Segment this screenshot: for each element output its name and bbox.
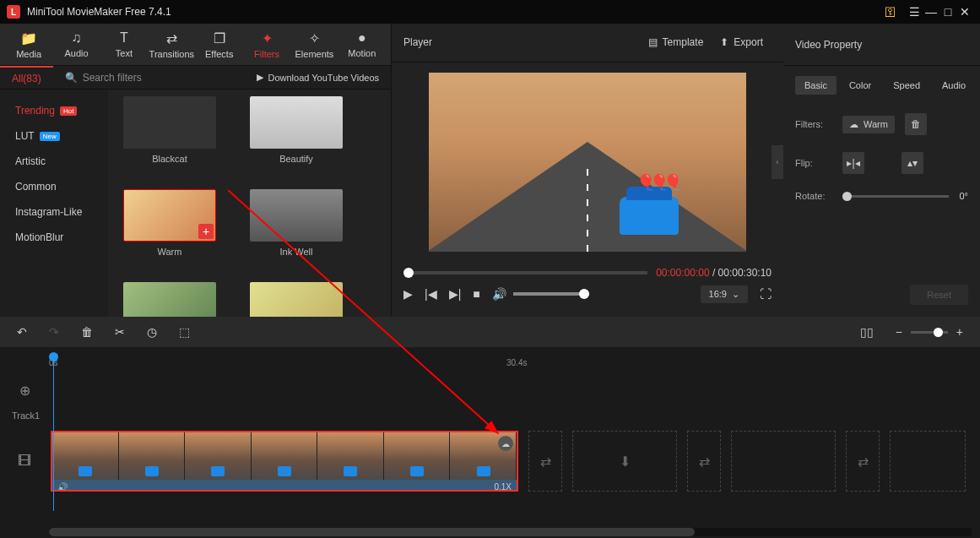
category-common[interactable]: Common [0, 174, 108, 199]
toolbar-effects[interactable]: ❐Effects [196, 24, 243, 66]
clip-filter-icon: ☁ [498, 436, 513, 451]
maximize-button[interactable]: □ [939, 5, 956, 19]
preview-area: 🎈🎈🎈 ‹ [392, 62, 783, 262]
crop-button[interactable]: ⬚ [179, 325, 190, 339]
titlebar: L MiniTool MovieMaker Free 7.4.1 ⚿ ☰ — □… [0, 0, 980, 24]
fullscreen-button[interactable]: ⛶ [760, 287, 772, 301]
main-toolbar: 📁Media♫AudioTText⇄Transitions❐Effects✦Fi… [0, 24, 391, 66]
progress-bar[interactable] [403, 271, 647, 274]
chevron-down-icon: ⌄ [732, 289, 739, 300]
tab-color[interactable]: Color [840, 76, 880, 95]
toolbar-filters[interactable]: ✦Filters [243, 24, 290, 66]
clip-speed-label: 0.1X [494, 482, 512, 492]
flip-vertical-button[interactable]: ▴▾ [901, 152, 923, 174]
empty-slot[interactable] [731, 431, 836, 492]
clip-audio-icon: 🔊 [57, 482, 68, 492]
transition-slot[interactable]: ⇄ [687, 431, 721, 492]
template-button[interactable]: ▤Template [640, 36, 712, 48]
category-motionblur[interactable]: MotionBlur [0, 225, 108, 250]
download-youtube-button[interactable]: ▶ Download YouTube Videos [245, 72, 392, 83]
delete-button[interactable]: 🗑 [81, 325, 93, 339]
key-icon[interactable]: ⚿ [882, 5, 899, 19]
zoom-in-button[interactable]: + [956, 325, 963, 339]
toolbar-motion[interactable]: ●Motion [338, 24, 386, 66]
toolbar-text[interactable]: TText [100, 24, 148, 66]
toolbar-media[interactable]: 📁Media [5, 24, 52, 66]
time-display: 00:00:00:00 / 00:00:30:10 [656, 267, 772, 279]
reset-button[interactable]: Reset [910, 285, 968, 305]
split-button[interactable]: ✂ [115, 325, 125, 339]
media-panel: 📁Media♫AudioTText⇄Transitions❐Effects✦Fi… [0, 24, 392, 317]
empty-slot[interactable]: ⬇ [572, 431, 677, 492]
search-icon: 🔍 [65, 72, 78, 84]
search-input[interactable]: 🔍 Search filters [53, 72, 245, 84]
tab-audio[interactable]: Audio [933, 76, 975, 95]
app-title: MiniTool MovieMaker Free 7.4.1 [27, 6, 882, 18]
volume-icon[interactable]: 🔊 [492, 287, 506, 301]
add-filter-icon[interactable]: + [198, 224, 214, 239]
filter-warm[interactable]: +Warm [123, 189, 216, 257]
undo-button[interactable]: ↶ [17, 325, 27, 339]
all-tab[interactable]: All(83) [0, 66, 53, 90]
horizontal-scrollbar[interactable] [49, 528, 972, 536]
prev-button[interactable]: |◀ [425, 287, 437, 301]
category-trending[interactable]: TrendingHot [0, 98, 108, 123]
category-lut[interactable]: LUTNew [0, 123, 108, 149]
timeline-panel: ↶ ↷ 🗑 ✂ ◷ ⬚ ▯▯ − + 0s 30.4s ⊕ Track1 🎞 [0, 317, 980, 538]
tab-basic[interactable]: Basic [795, 76, 837, 95]
zoom-slider[interactable] [911, 331, 948, 334]
timeline-toolbar: ↶ ↷ 🗑 ✂ ◷ ⬚ ▯▯ − + [0, 317, 980, 347]
volume-slider[interactable] [513, 292, 589, 296]
filter-blackcat[interactable]: Blackcat [123, 96, 216, 164]
delete-filter-button[interactable]: 🗑 [905, 113, 927, 135]
filter-emerald[interactable]: ⬇Emerald [123, 282, 216, 317]
transition-slot[interactable]: ⇄ [528, 431, 562, 492]
close-button[interactable]: ✕ [956, 5, 973, 19]
rotate-label: Rotate: [795, 191, 832, 201]
player-panel: Player ▤Template ⬆Export 🎈🎈🎈 ‹ 00:00:00:… [392, 24, 783, 317]
play-button[interactable]: ▶ [403, 287, 413, 301]
video-clip[interactable]: 🔊0.1X ☁ [51, 431, 518, 492]
empty-slot[interactable] [890, 431, 966, 492]
category-list: TrendingHotLUTNewArtisticCommonInstagram… [0, 90, 108, 317]
preview-image: 🎈🎈🎈 [429, 73, 746, 252]
fit-button[interactable]: ▯▯ [860, 325, 874, 339]
filter-beautify[interactable]: Beautify [250, 96, 343, 164]
rotate-value: 0° [959, 191, 968, 201]
toolbar-audio[interactable]: ♫Audio [52, 24, 100, 66]
filters-label: Filters: [795, 119, 832, 129]
speed-button[interactable]: ◷ [147, 325, 157, 339]
add-track-button[interactable]: ⊕ [0, 383, 49, 399]
toolbar-elements[interactable]: ✧Elements [290, 24, 338, 66]
filter-kevin[interactable]: Kevin [250, 282, 343, 317]
aspect-ratio-select[interactable]: 16:9⌄ [701, 285, 748, 303]
cloud-icon: ☁ [849, 119, 858, 130]
property-panel: Video Property BasicColorSpeedAudio Filt… [783, 24, 980, 317]
flip-horizontal-button[interactable]: ▸|◂ [842, 152, 864, 174]
property-tabs: BasicColorSpeedAudio [783, 66, 980, 105]
filter-chip[interactable]: ☁Warm [842, 116, 895, 133]
tab-speed[interactable]: Speed [884, 76, 929, 95]
redo-button[interactable]: ↷ [49, 325, 59, 339]
player-title: Player [403, 36, 640, 48]
transition-slot[interactable]: ⇄ [846, 431, 880, 492]
template-icon: ▤ [648, 36, 658, 48]
minimize-button[interactable]: — [923, 5, 939, 19]
expand-panel-button[interactable]: ‹ [772, 145, 783, 179]
toolbar-transitions[interactable]: ⇄Transitions [148, 24, 195, 66]
category-artistic[interactable]: Artistic [0, 149, 108, 174]
next-button[interactable]: ▶| [449, 287, 462, 301]
stop-button[interactable]: ■ [473, 287, 479, 301]
property-title: Video Property [783, 24, 980, 66]
category-instagram-like[interactable]: Instagram-Like [0, 199, 108, 225]
rotate-slider[interactable] [842, 195, 949, 198]
export-icon: ⬆ [720, 36, 728, 48]
export-button[interactable]: ⬆Export [712, 36, 772, 48]
filter-ink-well[interactable]: Ink Well [250, 189, 343, 257]
zoom-out-button[interactable]: − [896, 325, 902, 339]
app-logo: L [7, 5, 20, 19]
timeline-ruler[interactable]: 0s 30.4s [0, 347, 980, 378]
menu-icon[interactable]: ☰ [906, 5, 923, 19]
filter-subbar: All(83) 🔍 Search filters ▶ Download YouT… [0, 66, 391, 90]
filter-grid: BlackcatBeautify+WarmInk Well⬇EmeraldKev… [108, 90, 391, 317]
